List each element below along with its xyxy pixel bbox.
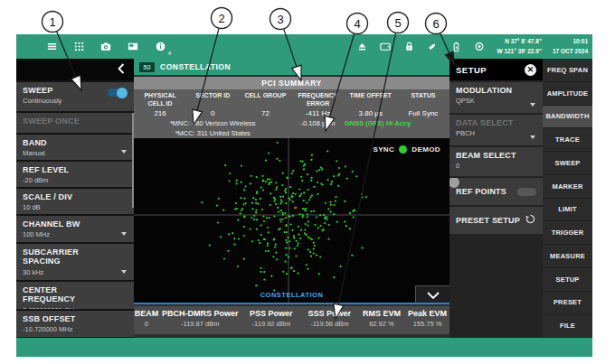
sidebar-item-sweep-once[interactable]: SWEEP ONCE <box>16 113 134 133</box>
gps-latitude: N 37° 8' 47.8" <box>497 37 542 46</box>
menu-item-marker[interactable]: MARKER <box>543 175 592 199</box>
beam-col-beam: BEAM <box>134 309 159 318</box>
setup-item-value: PBCH <box>456 129 536 137</box>
menu-item-trace[interactable]: TRACE <box>543 128 592 152</box>
chevron-down-icon <box>530 135 535 139</box>
beam-col-peak-evm: Peak EVM <box>405 309 449 318</box>
setup-item-beam-select[interactable]: BEAM SELECT0 <box>449 147 543 176</box>
close-icon[interactable]: ✕ <box>525 64 536 76</box>
menu-item-freq-span[interactable]: FREQ SPAN <box>543 59 592 82</box>
menu-item-amplitude[interactable]: AMPLITUDE <box>543 82 592 106</box>
setup-item-ref-points[interactable]: REF POINTS <box>449 178 543 205</box>
callout-number: 5 <box>394 16 401 30</box>
topbar-right-icons: N 37° 8' 47.8" W 121° 39' 22.9" 10:01 17… <box>355 37 592 55</box>
pci-col-physical-cell-id: PHYSICAL CELL ID <box>134 89 186 109</box>
menu-item-file[interactable]: FILE <box>543 314 592 338</box>
setup-item-modulation[interactable]: MODULATIONQPSK <box>449 82 543 113</box>
pci-value-physical-cell-id: 216 <box>134 109 186 119</box>
sidebar-item-label: CHANNEL BW <box>23 219 106 229</box>
toggle-knob <box>117 88 128 98</box>
beam-value-sss-power: -119.56 dBm <box>301 320 358 328</box>
battery-icon[interactable] <box>449 41 462 53</box>
lock-icon[interactable] <box>402 41 415 53</box>
setup-item-label: REF POINTS <box>456 187 517 196</box>
pci-value-cell-group: 72 <box>239 109 291 119</box>
ppm-value: -0.108 ppm <box>292 119 345 129</box>
menu-icon[interactable] <box>45 41 58 53</box>
apps-grid-icon[interactable] <box>72 41 85 53</box>
pci-summary-title: PCI SUMMARY <box>134 77 449 89</box>
camera-icon[interactable] <box>99 41 112 53</box>
pci-value-frequency-error: -411 Hz <box>292 109 345 119</box>
menu-item-limit[interactable]: LIMIT <box>543 199 592 222</box>
setup-item-value: 0 <box>456 162 536 170</box>
display-icon[interactable] <box>127 41 139 53</box>
constellation-tab-label: CONSTELLATION <box>134 291 449 299</box>
ref-points-toggle[interactable] <box>517 188 536 196</box>
sidebar-item-band[interactable]: BANDManual <box>16 135 134 160</box>
eject-icon[interactable] <box>355 41 368 53</box>
measurement-title: CONSTELLATION <box>160 62 231 71</box>
sidebar-item-subcarrier-spacing[interactable]: SUBCARRIER SPACING30 kHz <box>16 244 134 280</box>
info-icon[interactable]: 4 <box>154 41 166 53</box>
topbar-left-icons: 4 <box>16 41 166 53</box>
constellation-dots <box>134 138 449 303</box>
pci-mcc-row: *MCC: 311 United States <box>134 129 449 138</box>
sidebar-item-value: Manual <box>23 149 128 157</box>
sidebar-list: SWEEPContinuouslySWEEP ONCEBANDManualREF… <box>16 82 134 337</box>
beam-col-pbch-dmrs-power: PBCH-DMRS Power <box>159 309 241 318</box>
sidebar-item-center-frequency[interactable]: CENTER FREQUENCY3.820000000 GHz <box>16 282 134 309</box>
pci-col-frequency-error: FREQUENCY ERROR <box>292 89 345 109</box>
sidebar-item-scale-div[interactable]: SCALE / DIV10 dB <box>16 189 134 214</box>
pci-value-row: 216072-411 Hz3.80 µsFull Sync <box>134 109 449 119</box>
sweep-toggle[interactable] <box>108 89 127 97</box>
demod-status-icon <box>399 145 407 154</box>
setup-item-value: QPSK <box>456 97 536 105</box>
constellation-plot[interactable]: SYNC DEMOD CONSTELLATION <box>134 138 449 304</box>
sidebar-item-label: REF LEVEL <box>23 165 106 174</box>
tag-icon[interactable] <box>426 41 439 53</box>
reference-point <box>295 207 298 210</box>
setup-item-preset-setup[interactable]: PRESET SETUP <box>449 207 543 234</box>
setup-panel-title: SETUP <box>456 65 487 75</box>
pci-value-time-offset: 3.80 µs <box>345 109 397 119</box>
callout-number: 1 <box>49 15 55 29</box>
menu-item-setup[interactable]: SETUP <box>543 268 592 292</box>
collapse-sidebar-icon[interactable] <box>118 61 125 78</box>
beam-table-value-row: 0-119.87 dBm-119.92 dBm-119.56 dBm62.92 … <box>134 318 449 328</box>
sidebar-item-value: 30 kHz <box>23 268 128 276</box>
sidebar-item-label: SUBCARRIER SPACING <box>23 247 106 266</box>
menu-item-trigger[interactable]: TRIGGER <box>543 221 592 245</box>
callout-number: 3 <box>277 13 283 26</box>
mnc-text: *MNC: 480 Verizon Wireless <box>134 119 292 129</box>
sidebar-item-ssb-offset[interactable]: SSB OFFSET-10.720000 MHz <box>16 311 134 337</box>
menu-item-sweep[interactable]: SWEEP <box>543 152 592 175</box>
sidebar-item-label: CENTER FREQUENCY <box>23 285 106 304</box>
setup-item-label: BEAM SELECT <box>456 151 536 160</box>
expand-table-button[interactable] <box>415 285 449 303</box>
setup-panel: SETUP ✕ MODULATIONQPSKDATA SELECTPBCHBEA… <box>449 59 543 338</box>
setup-item-data-select[interactable]: DATA SELECTPBCH <box>449 115 543 145</box>
demod-label: DEMOD <box>412 145 440 154</box>
sidebar-item-label: SWEEP <box>23 86 106 95</box>
setup-item-label: MODULATION <box>456 86 536 95</box>
sync-indicator: SYNC DEMOD <box>373 145 440 154</box>
pci-col-status: STATUS <box>397 89 449 109</box>
beam-value-pbch-dmrs-power: -119.87 dBm <box>159 320 241 328</box>
tablet-icon[interactable] <box>379 41 392 53</box>
sidebar-item-ref-level[interactable]: REF LEVEL-20 dBm <box>16 162 134 187</box>
menu-item-measure[interactable]: MEASURE <box>543 245 592 268</box>
chevron-down-icon <box>426 286 440 303</box>
menu-item-preset[interactable]: PRESET <box>543 292 592 315</box>
settings-sidebar: SWEEPContinuouslySWEEP ONCEBANDManualREF… <box>16 59 134 338</box>
setup-item-label: DATA SELECT <box>456 118 536 127</box>
sidebar-item-sweep[interactable]: SWEEPContinuously <box>16 82 134 111</box>
sidebar-item-value: 3.820000000 GHz <box>23 306 128 309</box>
sidebar-item-channel-bw[interactable]: CHANNEL BW100 MHz <box>16 216 134 242</box>
sidebar-item-value: Continuously <box>23 97 128 105</box>
gps-icon[interactable] <box>473 41 486 53</box>
chevron-down-icon <box>121 232 127 236</box>
sidebar-item-value: -10.720000 MHz <box>23 325 128 333</box>
info-count: 4 <box>168 51 171 56</box>
menu-item-bandwidth[interactable]: BANDWIDTH <box>543 106 592 129</box>
